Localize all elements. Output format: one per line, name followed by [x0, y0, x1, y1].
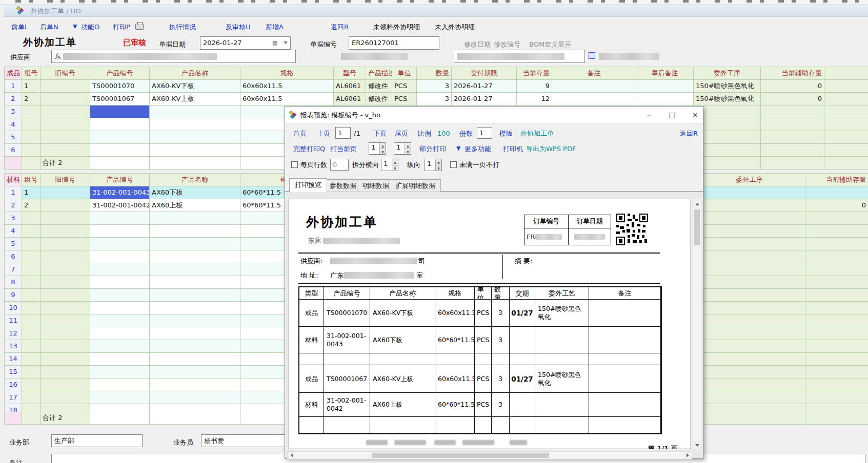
grid-cell[interactable]	[694, 212, 805, 225]
column-header[interactable]	[824, 67, 868, 80]
grid-cell[interactable]: 150#喷砂黑色氧化	[694, 80, 761, 93]
grid-cell[interactable]	[805, 404, 868, 412]
grid-cell[interactable]	[150, 238, 240, 250]
grid-cell[interactable]	[761, 118, 824, 131]
row-number[interactable]: 4	[5, 118, 22, 131]
grid-cell[interactable]	[90, 131, 150, 144]
column-header[interactable]: 产品编号	[90, 67, 150, 80]
grid-cell[interactable]	[805, 238, 868, 250]
horizontal-scroll-thumb[interactable]	[372, 453, 549, 458]
spin-down-icon[interactable]: ▼	[405, 149, 411, 154]
grid-cell[interactable]	[41, 144, 90, 157]
grid-cell[interactable]	[41, 327, 90, 340]
grid-cell[interactable]: AL6061	[334, 93, 366, 106]
grid-cell[interactable]	[150, 263, 240, 276]
grid-cell[interactable]	[150, 327, 240, 340]
grid-cell[interactable]	[694, 238, 805, 250]
scale-button[interactable]: 比例	[418, 129, 431, 138]
vertical-scrollbar[interactable]	[693, 199, 701, 449]
maximize-button[interactable]: □	[664, 109, 680, 121]
grid-cell[interactable]	[694, 289, 805, 302]
grid-cell[interactable]	[150, 366, 240, 378]
row-number[interactable]: 3	[5, 212, 22, 225]
grid-cell[interactable]	[41, 404, 90, 412]
grid-cell[interactable]: 1	[22, 80, 41, 93]
grid-cell[interactable]	[41, 276, 90, 289]
grid-cell[interactable]	[694, 404, 805, 412]
grid-cell[interactable]	[824, 93, 868, 106]
function-menu-button[interactable]: 功能O	[81, 23, 99, 32]
total-row-cell[interactable]	[22, 412, 41, 425]
grid-cell[interactable]	[694, 250, 805, 263]
grid-cell[interactable]	[805, 391, 868, 404]
grid-cell[interactable]	[22, 212, 41, 225]
grid-cell[interactable]	[805, 186, 868, 199]
grid-cell[interactable]: 150#喷砂黑色氧化	[694, 93, 761, 106]
grid-cell[interactable]	[805, 302, 868, 314]
grid-cell[interactable]	[805, 353, 868, 366]
row-number[interactable]: 5	[5, 131, 22, 144]
row-number[interactable]: 13	[5, 340, 22, 353]
dept-input[interactable]: 生产部	[51, 434, 143, 447]
column-header[interactable]: 当前辅助存量	[761, 67, 824, 80]
grid-cell[interactable]	[22, 250, 41, 263]
total-row-cell[interactable]	[5, 157, 22, 170]
row-number[interactable]: 4	[5, 225, 22, 238]
column-header[interactable]: 旧编号	[41, 67, 90, 80]
grid-cell[interactable]	[824, 106, 868, 118]
vertical-scroll-thumb[interactable]	[694, 209, 700, 245]
grid-cell[interactable]	[694, 314, 805, 327]
next-doc-button[interactable]: 后单N	[40, 23, 58, 32]
grid-cell[interactable]	[22, 327, 41, 340]
grid-cell[interactable]: TS00001070	[90, 80, 150, 93]
grid-cell[interactable]	[41, 314, 90, 327]
grid-cell[interactable]	[824, 131, 868, 144]
grid-cell[interactable]	[694, 353, 805, 366]
unaudit-button[interactable]: 反审核U	[226, 23, 251, 32]
row-number[interactable]: 8	[5, 276, 22, 289]
grid-cell[interactable]	[90, 404, 150, 412]
grid-cell[interactable]	[824, 80, 868, 93]
printer-select-button[interactable]: 打印机	[503, 144, 523, 154]
grid-cell[interactable]	[761, 144, 824, 157]
grid-cell[interactable]	[150, 378, 240, 391]
grid-cell[interactable]	[150, 225, 240, 238]
print-current-button[interactable]: 打当前页	[330, 144, 357, 154]
grid-cell[interactable]	[694, 144, 761, 157]
scroll-right-button[interactable]	[684, 452, 692, 459]
date-dropdown-icon[interactable]	[284, 41, 288, 46]
grid-cell[interactable]: 3	[417, 80, 452, 93]
total-row-cell[interactable]	[805, 412, 868, 425]
grid-cell[interactable]: AX60-KV上板	[150, 93, 240, 106]
grid-cell[interactable]	[824, 118, 868, 131]
scroll-left-button[interactable]	[288, 452, 295, 459]
spin-up-icon[interactable]: ▲	[379, 143, 386, 149]
grid-cell[interactable]	[805, 378, 868, 391]
grid-cell[interactable]: 1	[22, 186, 41, 199]
grid-cell[interactable]	[761, 131, 824, 144]
total-row-cell[interactable]	[694, 412, 805, 425]
last-page-button[interactable]: 尾页	[395, 129, 408, 138]
grid-cell[interactable]	[694, 378, 805, 391]
grid-cell[interactable]	[90, 225, 150, 238]
grid-cell[interactable]	[805, 289, 868, 302]
grid-cell[interactable]	[805, 263, 868, 276]
grid-cell[interactable]: 2026-01-27	[452, 93, 517, 106]
grid-cell[interactable]	[694, 391, 805, 404]
row-number[interactable]: 5	[5, 238, 22, 250]
grid-cell[interactable]	[90, 263, 150, 276]
column-header[interactable]: 数量	[417, 67, 452, 80]
doc-date-input[interactable]: 2026-01-27 ▦	[200, 36, 291, 50]
row-number[interactable]: 6	[5, 250, 22, 263]
row-number[interactable]: 1	[5, 186, 22, 199]
grid-cell[interactable]	[41, 366, 90, 378]
total-row-cell[interactable]: 合计 2	[41, 157, 90, 170]
grid-cell[interactable]	[150, 250, 240, 263]
column-header[interactable]: 型号	[334, 67, 366, 80]
grid-cell[interactable]	[41, 118, 90, 131]
full-print-button[interactable]: 完整打印Q	[293, 144, 325, 154]
tab-parameter-data[interactable]: 参数数据	[324, 179, 362, 192]
grid-cell[interactable]: PCS	[392, 80, 417, 93]
row-number[interactable]: 1	[5, 80, 22, 93]
grid-cell[interactable]: 2026-01-27	[452, 80, 517, 93]
